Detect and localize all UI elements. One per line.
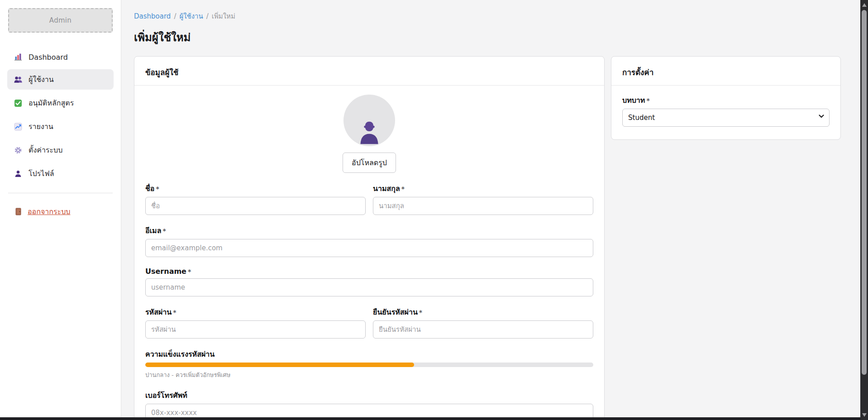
sidebar-item-users[interactable]: ผู้ใช้งาน: [7, 69, 114, 90]
brand-label: Admin: [49, 16, 72, 24]
username-field: Username*: [145, 267, 593, 296]
content-area: ข้อมูลผู้ใช้: [134, 56, 841, 420]
sidebar-item-approve-courses[interactable]: อนุมัติหลักสูตร: [7, 93, 114, 113]
password-field: รหัสผ่าน*: [145, 306, 366, 339]
main-content: Dashboard/ผู้ใช้งาน/เพิ่มใหม่ เพิ่มผู้ใช…: [121, 0, 868, 420]
breadcrumb-separator: /: [174, 12, 176, 20]
sidebar-divider: [8, 193, 113, 193]
last-name-input[interactable]: [373, 197, 593, 215]
settings-card-body: บทบาท* Student: [611, 86, 840, 139]
required-marker: *: [401, 185, 405, 192]
scrollbar-up-arrow[interactable]: [862, 3, 867, 7]
required-marker: *: [162, 227, 166, 234]
breadcrumb-link-users[interactable]: ผู้ใช้งาน: [179, 12, 203, 20]
confirm-password-label: ยืนยันรหัสผ่าน*: [373, 306, 593, 318]
sidebar-item-label: Dashboard: [29, 53, 68, 62]
name-row: ชื่อ* นามสกุล*: [145, 183, 593, 215]
avatar-section: อัปโหลดรูป: [145, 95, 593, 173]
vertical-scrollbar[interactable]: [860, 0, 868, 420]
email-field: อีเมล*: [145, 225, 593, 257]
last-name-field: นามสกุล*: [373, 183, 593, 215]
role-label: บทบาท*: [622, 95, 830, 106]
person-icon: [14, 169, 23, 178]
email-input[interactable]: [145, 239, 593, 257]
first-name-input[interactable]: [145, 197, 366, 215]
sidebar-item-label: อนุมัติหลักสูตร: [29, 97, 74, 109]
logout-link[interactable]: ออกจากระบบ: [7, 202, 114, 221]
confirm-password-input[interactable]: [373, 320, 593, 339]
users-icon: [14, 75, 23, 84]
scrollbar-thumb[interactable]: [862, 10, 867, 375]
gear-icon: [14, 146, 23, 155]
page-title: เพิ่มผู้ใช้ใหม่: [134, 29, 841, 46]
avatar: [343, 95, 395, 146]
sidebar-item-label: โปรไฟล์: [29, 168, 54, 179]
brand-logo-placeholder: Admin: [8, 8, 113, 33]
breadcrumb-link-dashboard[interactable]: Dashboard: [134, 12, 171, 20]
logout-label: ออกจากระบบ: [28, 206, 70, 217]
breadcrumb: Dashboard/ผู้ใช้งาน/เพิ่มใหม่: [134, 11, 841, 22]
door-icon: [14, 207, 23, 216]
user-card-body: อัปโหลดรูป ชื่อ* นามสกุล*: [134, 86, 604, 420]
sidebar-item-dashboard[interactable]: Dashboard: [7, 48, 114, 66]
role-select-wrap: Student: [622, 109, 830, 127]
password-input[interactable]: [145, 320, 366, 339]
phone-field: เบอร์โทรศัพท์: [145, 390, 593, 420]
sidebar-item-reports[interactable]: รายงาน: [7, 116, 114, 137]
last-name-label: นามสกุล*: [373, 183, 593, 194]
user-card-title: ข้อมูลผู้ใช้: [145, 68, 178, 77]
username-label: Username*: [145, 267, 593, 276]
sidebar: Admin Dashboard: [0, 0, 121, 420]
sidebar-menu: Dashboard ผู้ใช้งาน: [7, 48, 114, 184]
user-info-card: ข้อมูลผู้ใช้: [134, 56, 605, 420]
sidebar-item-label: ผู้ใช้งาน: [29, 74, 54, 85]
user-card-header: ข้อมูลผู้ใช้: [134, 57, 604, 86]
person-icon: [356, 118, 382, 146]
password-label: รหัสผ่าน*: [145, 306, 366, 318]
settings-card-title: การตั้งค่า: [622, 68, 653, 77]
breadcrumb-separator: /: [206, 12, 209, 20]
confirm-password-field: ยืนยันรหัสผ่าน*: [373, 306, 593, 339]
first-name-label: ชื่อ*: [145, 183, 366, 194]
username-input[interactable]: [145, 278, 593, 296]
first-name-field: ชื่อ*: [145, 183, 366, 215]
phone-label: เบอร์โทรศัพท์: [145, 390, 593, 401]
required-marker: *: [419, 309, 422, 316]
bar-chart-icon: [14, 52, 23, 62]
sidebar-item-label: ตั้งค่าระบบ: [29, 144, 62, 156]
password-strength-hint: ปานกลาง - ควรเพิ่มตัวอักษรพิเศษ: [145, 370, 593, 380]
role-select[interactable]: Student: [622, 109, 830, 127]
settings-card: การตั้งค่า บทบาท* Student: [611, 56, 841, 140]
password-strength-bar: [145, 363, 414, 367]
email-label: อีเมล*: [145, 225, 593, 236]
required-marker: *: [173, 309, 176, 316]
password-strength-label: ความแข็งแรงรหัสผ่าน: [145, 348, 593, 360]
upload-photo-button[interactable]: อัปโหลดรูป: [343, 153, 396, 173]
password-strength-track: [145, 363, 593, 367]
password-strength-section: ความแข็งแรงรหัสผ่าน ปานกลาง - ควรเพิ่มตั…: [145, 348, 593, 380]
sidebar-item-system-settings[interactable]: ตั้งค่าระบบ: [7, 140, 114, 160]
password-row: รหัสผ่าน* ยืนยันรหัสผ่าน*: [145, 306, 593, 339]
required-marker: *: [188, 268, 191, 275]
sidebar-item-profile[interactable]: โปรไฟล์: [7, 163, 114, 184]
check-icon: [14, 99, 23, 108]
required-marker: *: [156, 185, 159, 192]
breadcrumb-current: เพิ่มใหม่: [212, 12, 235, 20]
scrollbar-down-arrow[interactable]: [862, 413, 867, 417]
app-window: Admin Dashboard: [0, 0, 868, 420]
sidebar-item-label: รายงาน: [29, 121, 53, 132]
settings-card-header: การตั้งค่า: [611, 57, 840, 86]
required-marker: *: [646, 97, 649, 104]
bottom-window-bar: [0, 417, 868, 420]
chart-up-icon: [14, 122, 23, 131]
